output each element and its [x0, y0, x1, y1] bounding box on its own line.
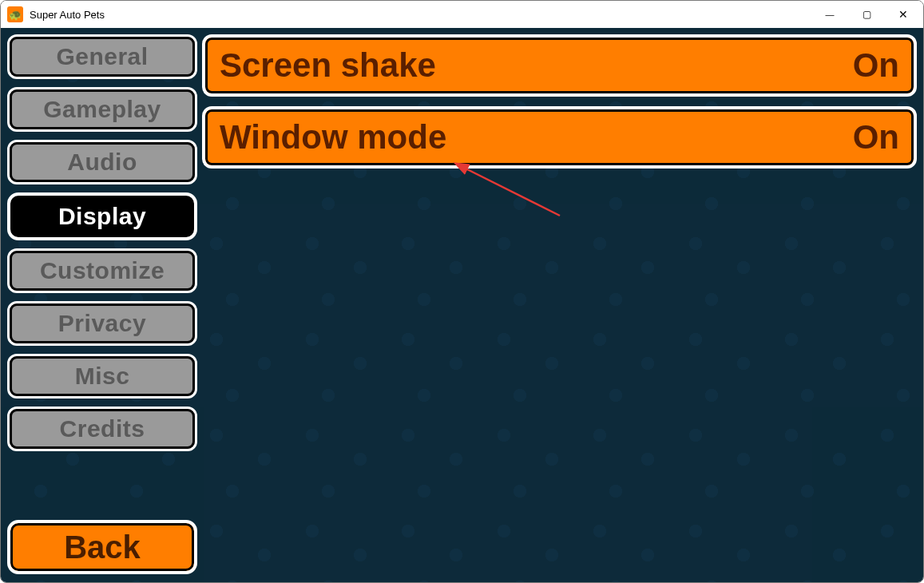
app-window: 🐢 Super Auto Pets — ▢ ✕ General Gameplay…	[0, 0, 924, 583]
tab-audio[interactable]: Audio	[7, 140, 197, 184]
back-label: Back	[64, 529, 141, 565]
close-button[interactable]: ✕	[885, 1, 922, 28]
tab-label: Customize	[40, 257, 165, 284]
tab-label: Audio	[67, 149, 137, 176]
setting-window-mode[interactable]: Window mode On	[202, 106, 917, 169]
tab-label: Misc	[75, 363, 130, 390]
app-icon: 🐢	[7, 6, 23, 22]
tab-gameplay[interactable]: Gameplay	[7, 87, 197, 132]
setting-screen-shake[interactable]: Screen shake On	[202, 34, 917, 97]
tab-label: Display	[58, 203, 146, 230]
setting-value: On	[853, 46, 899, 85]
setting-value: On	[853, 118, 899, 157]
settings-content: Screen shake On Window mode On	[202, 34, 917, 576]
setting-label: Window mode	[220, 118, 446, 157]
titlebar: 🐢 Super Auto Pets — ▢ ✕	[1, 1, 923, 28]
window-controls: — ▢ ✕	[811, 1, 922, 28]
tab-label: General	[56, 43, 148, 70]
settings-sidebar: General Gameplay Audio Display Customize…	[7, 34, 197, 576]
minimize-button[interactable]: —	[811, 1, 848, 28]
tab-misc[interactable]: Misc	[7, 354, 197, 399]
tab-credits[interactable]: Credits	[7, 407, 197, 451]
tab-label: Credits	[60, 415, 145, 442]
back-button[interactable]: Back	[7, 520, 197, 574]
tab-label: Gameplay	[43, 96, 161, 123]
tab-customize[interactable]: Customize	[7, 248, 197, 293]
tab-privacy[interactable]: Privacy	[7, 301, 197, 346]
game-area: General Gameplay Audio Display Customize…	[1, 28, 923, 582]
tab-display[interactable]: Display	[7, 192, 197, 240]
window-title: Super Auto Pets	[30, 9, 811, 21]
sidebar-spacer	[7, 459, 197, 512]
maximize-button[interactable]: ▢	[848, 1, 885, 28]
tab-general[interactable]: General	[7, 34, 197, 79]
tab-label: Privacy	[58, 310, 146, 337]
setting-label: Screen shake	[220, 46, 436, 85]
